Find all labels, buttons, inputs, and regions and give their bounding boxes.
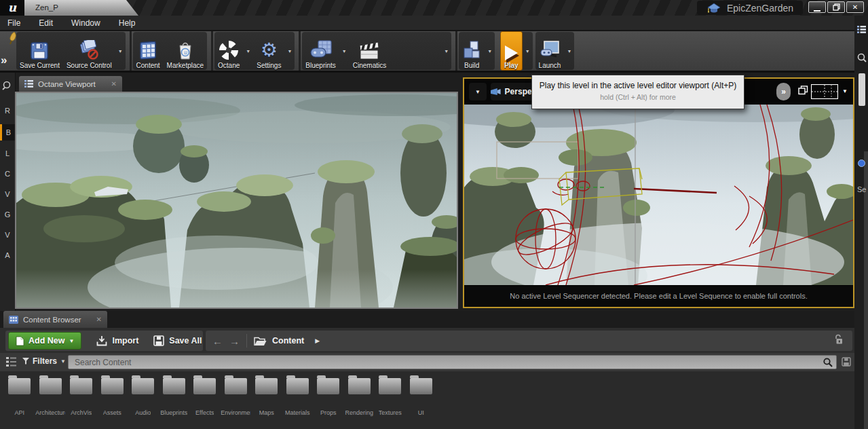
settings-caret-icon[interactable]: ▼: [284, 49, 295, 54]
import-button[interactable]: Import: [96, 335, 138, 346]
folder-environment[interactable]: Environment: [221, 377, 252, 429]
folder-effects[interactable]: Effects: [189, 377, 221, 429]
build-button[interactable]: Build: [459, 32, 485, 70]
minimize-icon: [814, 3, 820, 12]
save-all-icon: [153, 335, 164, 346]
import-icon: [96, 335, 107, 346]
dock-tab-b[interactable]: B: [0, 124, 15, 141]
main-toolbar: Save Current Source Control ▼: [0, 31, 868, 71]
octane-viewport[interactable]: [15, 92, 458, 309]
modes-brush-icon[interactable]: [7, 31, 18, 45]
folder-rendering[interactable]: Rendering: [344, 377, 375, 429]
settings-button[interactable]: ⚙ Settings: [253, 32, 284, 70]
perspective-viewport[interactable]: ▼ Perspective » ▼: [463, 77, 854, 308]
unreal-logo-icon[interactable]: u: [0, 0, 24, 16]
filters-caret-icon: ▼: [60, 358, 66, 365]
folder-audio[interactable]: Audio: [128, 377, 159, 429]
launch-device-icon: [539, 37, 561, 60]
back-arrow-icon[interactable]: ←: [212, 335, 223, 347]
content-browser-close-icon[interactable]: ✕: [96, 316, 102, 323]
save-current-button[interactable]: Save Current: [16, 32, 63, 70]
folder-blueprints[interactable]: Blueprints: [159, 377, 190, 429]
menu-file[interactable]: File: [7, 18, 20, 28]
build-caret-icon[interactable]: ▼: [485, 49, 495, 54]
menu-window[interactable]: Window: [71, 18, 100, 28]
folder-archvis[interactable]: ArchVis: [66, 377, 97, 429]
blueprints-caret-icon[interactable]: ▼: [339, 49, 350, 54]
breadcrumb-content[interactable]: Content: [272, 336, 304, 346]
right-panel-list-icon: [857, 26, 866, 33]
content-browser-tab[interactable]: Content Browser ✕: [3, 311, 107, 328]
breadcrumb-caret-icon[interactable]: ▶: [315, 337, 320, 344]
save-all-label: Save All: [169, 336, 202, 346]
dock-tab-g[interactable]: G: [0, 206, 15, 223]
dock-tab-a[interactable]: A: [0, 247, 15, 263]
graduation-cap-icon: [706, 3, 721, 14]
folder-icon: [70, 378, 92, 394]
viewport-scene[interactable]: [464, 105, 853, 286]
search-input[interactable]: [69, 356, 836, 369]
content-browser-tabrow: Content Browser ✕: [0, 311, 854, 328]
source-control-icon: [78, 37, 100, 60]
viewport-list-icon: [24, 80, 33, 88]
close-button[interactable]: ✕: [846, 1, 864, 13]
launch-button[interactable]: Launch: [535, 32, 565, 70]
save-search-icon[interactable]: [842, 357, 851, 367]
play-button[interactable]: Play: [500, 31, 523, 71]
folder-textures[interactable]: Textures: [375, 377, 406, 429]
cinematics-button[interactable]: Cinematics: [350, 32, 390, 70]
blueprints-button[interactable]: Blueprints: [302, 32, 339, 70]
folder-icon: [163, 378, 185, 394]
viewport-maximize-icon[interactable]: [798, 86, 808, 95]
folder-ui[interactable]: UI: [406, 377, 437, 429]
dock-tab-v1[interactable]: V: [0, 186, 15, 202]
level-tab[interactable]: Zen_P: [24, 0, 138, 16]
source-control-button[interactable]: Source Control: [63, 32, 115, 70]
launch-caret-icon[interactable]: ▼: [564, 49, 574, 54]
import-label: Import: [112, 336, 138, 346]
viewport-options-dropdown[interactable]: ▼: [469, 83, 487, 100]
source-control-caret-icon[interactable]: ▼: [115, 49, 126, 54]
content-button[interactable]: Content: [133, 32, 164, 70]
folder-assets[interactable]: Assets: [97, 377, 128, 429]
marketplace-button[interactable]: u Marketplace: [164, 32, 207, 70]
dock-tab-v2[interactable]: V: [0, 227, 15, 243]
folder-icon: [317, 378, 339, 394]
folder-maps[interactable]: Maps: [251, 377, 282, 429]
title-bar: u Zen_P EpicZenGarden ✕: [0, 0, 868, 16]
filters-button[interactable]: Filters ▼: [22, 356, 66, 366]
right-panel-scrollbar[interactable]: [858, 73, 865, 106]
folder-props[interactable]: Props: [313, 377, 344, 429]
folder-api[interactable]: API: [4, 377, 35, 429]
dock-tab-l[interactable]: L: [0, 145, 15, 162]
svg-text:u: u: [183, 50, 187, 56]
minimize-button[interactable]: [808, 1, 826, 13]
octane-viewport-close-icon[interactable]: ✕: [111, 80, 117, 88]
restore-button[interactable]: [827, 1, 845, 13]
folder-materials[interactable]: Materials: [282, 377, 314, 429]
folder-architecture[interactable]: Architecture: [35, 377, 67, 429]
octane-viewport-tab[interactable]: Octane Viewport ✕: [19, 76, 122, 92]
expand-panel-chevrons-icon[interactable]: »: [1, 54, 7, 67]
octane-button[interactable]: Octane: [214, 32, 243, 70]
folder-icon: [193, 378, 216, 394]
add-new-button[interactable]: Add New ▼: [8, 332, 81, 350]
view-options-icon[interactable]: [6, 357, 16, 367]
viewport-layout-icon[interactable]: [811, 84, 838, 99]
folder-icon: [8, 378, 31, 394]
menu-help[interactable]: Help: [119, 18, 136, 28]
forward-arrow-icon[interactable]: →: [229, 335, 240, 347]
menu-edit[interactable]: Edit: [39, 18, 53, 28]
viewport-layout-caret-icon[interactable]: ▼: [842, 88, 848, 94]
toolbar-separator: [299, 31, 301, 71]
viewport-chevrons-icon[interactable]: »: [776, 83, 791, 100]
toolbar-group-save: Save Current Source Control ▼: [16, 32, 126, 70]
play-caret-icon[interactable]: ▼: [523, 49, 533, 54]
save-all-button[interactable]: Save All: [153, 335, 202, 346]
search-box: [68, 355, 837, 369]
lock-icon[interactable]: [834, 334, 843, 345]
cinematics-caret-icon[interactable]: ▼: [441, 49, 451, 54]
dock-tab-c[interactable]: C: [0, 166, 15, 182]
octane-caret-icon[interactable]: ▼: [243, 49, 253, 54]
dock-tab-r[interactable]: R: [0, 102, 15, 119]
